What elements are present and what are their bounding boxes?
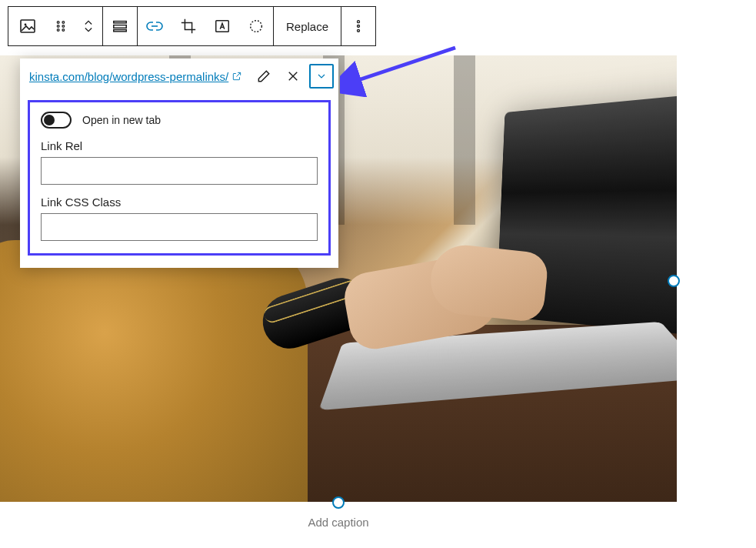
chevron-updown-icon bbox=[81, 18, 96, 34]
svg-point-12 bbox=[251, 21, 262, 32]
link-advanced-settings: Open in new tab Link Rel Link CSS Class bbox=[28, 100, 331, 256]
crop-icon bbox=[180, 18, 197, 35]
svg-point-4 bbox=[57, 29, 59, 32]
block-toolbar: Replace bbox=[8, 6, 376, 46]
svg-point-15 bbox=[358, 29, 360, 32]
duotone-button[interactable] bbox=[239, 7, 273, 45]
open-new-tab-label: Open in new tab bbox=[82, 114, 161, 126]
resize-handle-bottom[interactable] bbox=[332, 496, 345, 509]
crop-button[interactable] bbox=[172, 7, 205, 45]
svg-point-14 bbox=[358, 25, 360, 28]
link-rel-input[interactable] bbox=[41, 157, 318, 185]
svg-rect-0 bbox=[21, 20, 35, 32]
chevron-down-icon bbox=[315, 70, 328, 82]
text-over-image-icon bbox=[214, 18, 231, 35]
svg-point-13 bbox=[358, 21, 360, 23]
text-overlay-button[interactable] bbox=[205, 7, 239, 45]
align-button[interactable] bbox=[103, 7, 137, 45]
svg-rect-8 bbox=[114, 22, 127, 23]
svg-rect-9 bbox=[114, 25, 127, 28]
image-icon bbox=[18, 17, 37, 35]
drag-handle-icon bbox=[53, 18, 68, 34]
svg-point-3 bbox=[57, 25, 59, 28]
drag-handle-button[interactable] bbox=[47, 7, 75, 45]
svg-point-6 bbox=[62, 25, 65, 28]
remove-link-button[interactable] bbox=[280, 63, 306, 89]
resize-handle-right[interactable] bbox=[668, 275, 680, 287]
edit-link-button[interactable] bbox=[251, 63, 277, 89]
link-rel-label: Link Rel bbox=[41, 139, 318, 152]
link-icon bbox=[145, 17, 164, 35]
close-icon bbox=[286, 69, 300, 83]
replace-button[interactable]: Replace bbox=[274, 7, 341, 45]
duotone-filter-icon bbox=[248, 18, 265, 35]
link-url[interactable]: kinsta.com/blog/wordpress-permalinks/ bbox=[29, 70, 248, 83]
image-caption-input[interactable]: Add caption bbox=[0, 516, 677, 529]
pencil-icon bbox=[256, 68, 271, 84]
align-icon bbox=[112, 18, 128, 35]
annotation-arrow bbox=[340, 43, 463, 97]
kebab-icon bbox=[351, 18, 366, 34]
svg-point-7 bbox=[62, 29, 65, 32]
svg-rect-10 bbox=[114, 30, 127, 32]
move-updown-button[interactable] bbox=[75, 7, 102, 45]
svg-point-2 bbox=[57, 22, 59, 24]
link-css-class-label: Link CSS Class bbox=[41, 195, 318, 209]
link-button[interactable] bbox=[138, 7, 172, 45]
link-settings-popover: kinsta.com/blog/wordpress-permalinks/ Op… bbox=[20, 58, 338, 268]
svg-point-5 bbox=[62, 22, 65, 24]
link-url-text: kinsta.com/blog/wordpress-permalinks/ bbox=[29, 70, 228, 83]
block-type-image-button[interactable] bbox=[8, 7, 47, 45]
link-css-class-input[interactable] bbox=[41, 213, 318, 241]
link-url-row: kinsta.com/blog/wordpress-permalinks/ bbox=[20, 58, 338, 94]
external-link-icon bbox=[231, 71, 242, 82]
open-new-tab-toggle[interactable] bbox=[41, 112, 72, 129]
more-options-button[interactable] bbox=[341, 7, 375, 45]
link-settings-toggle-button[interactable] bbox=[309, 64, 334, 89]
replace-button-label: Replace bbox=[286, 20, 328, 33]
